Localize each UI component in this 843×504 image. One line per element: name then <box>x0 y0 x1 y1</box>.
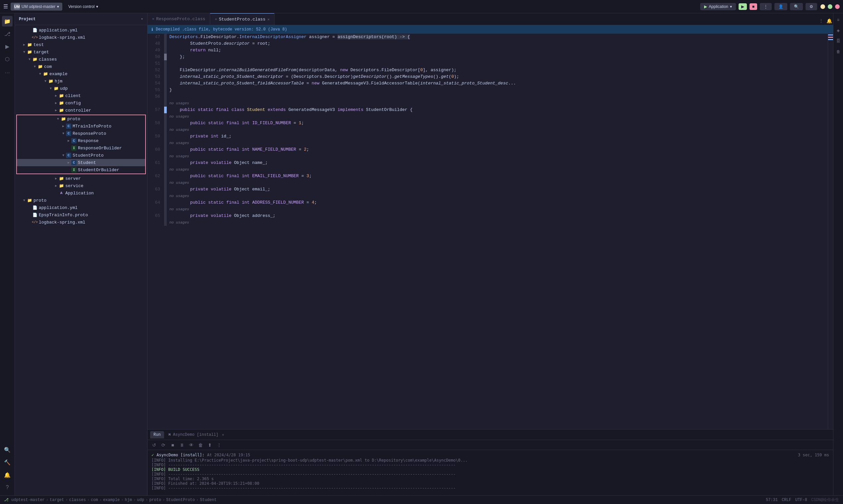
folder-icon: 📁 <box>27 198 32 203</box>
services-icon: ⬡ <box>5 56 10 62</box>
code-hint-57: no usages <box>167 100 828 107</box>
bottom-tab-close-icon[interactable]: ✕ <box>222 433 224 437</box>
run-config-btn[interactable]: ▶ Application ▾ <box>700 3 736 10</box>
print-btn[interactable]: ⬆ <box>206 441 214 449</box>
line-num-55: 55 <box>148 87 164 93</box>
more-tools-btn[interactable]: … <box>2 66 13 77</box>
line-num-48: 48 <box>148 40 164 47</box>
services-btn[interactable]: ⬡ <box>2 54 13 64</box>
tree-item-udp[interactable]: ▼ 📁 udp <box>15 85 147 92</box>
xml-icon2: </> <box>32 219 37 225</box>
project-view-btn[interactable]: 📁 <box>2 16 13 26</box>
tree-item-controller[interactable]: ▶ 📁 controller <box>15 107 147 114</box>
bottom-tab-asyncdemo[interactable]: M AsyncDemo [install] ✕ <box>166 431 227 438</box>
code-row-55: 55 } <box>148 87 828 93</box>
code-row-54: 54 internal_static_proto_Student_fieldAc… <box>148 80 828 87</box>
tree-item-application[interactable]: A Application <box>15 190 147 197</box>
tree-item-proto2[interactable]: ▼ 📁 proto <box>15 197 147 204</box>
rerun-icon: ⟳ <box>161 443 166 448</box>
tree-item-logback2[interactable]: </> logback-spring.xml <box>15 219 147 226</box>
minimize-button[interactable] <box>821 4 825 9</box>
commit-btn[interactable]: ⎇ <box>2 29 13 39</box>
tree-item-hjm[interactable]: ▼ 📁 hjm <box>15 77 147 85</box>
debug-btn[interactable]: ◈ <box>835 26 842 34</box>
profile-btn[interactable]: 👤 <box>774 3 787 10</box>
folder-icon: 📁 <box>59 183 64 188</box>
maximize-button[interactable] <box>828 4 832 9</box>
notifications-btn2[interactable]: 🔔 <box>825 17 833 25</box>
arrow-icon: ▶ <box>66 138 71 143</box>
title-bar: ☰ UM UM udptest-master ▾ Version control… <box>0 0 843 13</box>
search-everywhere-btn[interactable]: 🔍 <box>2 444 13 455</box>
tree-item-application-yml2[interactable]: 📄 application.yml <box>15 204 147 211</box>
tree-item-classes[interactable]: ▼ 📁 classes <box>15 56 147 63</box>
search-btn[interactable]: 🔍 <box>790 3 803 10</box>
help-btn[interactable]: ? <box>2 482 13 493</box>
toggle-auto-scroll[interactable]: 👁 <box>187 441 195 449</box>
tree-item-logback-xml[interactable]: </> logback-spring.xml <box>15 34 147 41</box>
arrow-icon: ▼ <box>48 86 53 91</box>
suspend-btn[interactable]: ⏸ <box>178 441 186 449</box>
tree-item-server[interactable]: ▶ 📁 server <box>15 175 147 182</box>
ellipsis-icon: … <box>5 69 10 74</box>
breadcrumb-hjm: hjm <box>125 498 132 502</box>
status-bar: ⎇ udptest-master › target › classes › co… <box>0 496 843 504</box>
charset-indicator: UTF-8 <box>795 498 807 502</box>
tree-item-config[interactable]: ▶ 📁 config <box>15 100 147 107</box>
more-actions-btn[interactable]: ⋮ <box>760 3 772 10</box>
tab-close-icon[interactable]: ✕ <box>268 17 270 21</box>
bottom-tab-run[interactable]: Run <box>150 431 164 438</box>
code-content-58: public static final int ID_FIELD_NUMBER … <box>167 120 828 126</box>
rerun-btn[interactable]: ⟳ <box>159 441 167 449</box>
tree-item-epsp[interactable]: 📄 EpspTrainInfo.proto <box>15 211 147 219</box>
tree-item-responseproto[interactable]: ▼ C ResponseProto <box>17 130 145 137</box>
tree-item-application-yml[interactable]: 📄 application.yml <box>15 26 147 34</box>
run-button[interactable]: ▶ <box>739 3 747 10</box>
arrow-icon: ▼ <box>55 116 61 122</box>
tree-item-studentproto[interactable]: ▼ C StudentProto <box>17 152 145 159</box>
code-row-53: 53 internal_static_proto_Student_descrip… <box>148 73 828 80</box>
db-btn[interactable]: 🗄 <box>835 37 842 45</box>
tree-item-target[interactable]: ▼ 📁 target <box>15 48 147 56</box>
tree-item-test[interactable]: ▶ 📁 test <box>15 41 147 48</box>
code-editor[interactable]: 47 Descriptors.FileDescriptor.InternalDe… <box>148 34 828 429</box>
editor-menu-btn[interactable]: ⋮ <box>817 17 825 25</box>
code-row-61-hint: no usages <box>148 153 828 160</box>
tree-item-mtrainin[interactable]: ▶ C MTrainInfoProto <box>17 123 145 130</box>
log-line-3: [INFO] ---------------------------------… <box>152 472 829 476</box>
folder-icon: 📁 <box>32 57 37 62</box>
tree-item-example[interactable]: ▼ 📁 example <box>15 70 147 77</box>
close-button[interactable] <box>835 4 840 9</box>
main-area: 📁 ⎇ ▶ ⬡ … 🔍 🔨 🔔 ? Project ▾ <box>0 13 843 496</box>
code-content-64: public static final int ADDRESS_FIELD_NU… <box>167 199 828 206</box>
folder-icon: 📁 <box>59 100 64 106</box>
delete-right-btn[interactable]: 🗑 <box>835 48 842 56</box>
tree-item-response[interactable]: ▶ C Response <box>17 137 145 144</box>
tab-studentproto[interactable]: ○ StudentProto.class ✕ <box>210 13 274 25</box>
code-content-65: private volatile Object address_; <box>167 213 828 219</box>
editor-area: ○ ResponseProto.class ○ StudentProto.cla… <box>148 13 833 496</box>
tree-item-client[interactable]: ▶ 📁 client <box>15 92 147 100</box>
more-btn[interactable]: ⋮ <box>215 441 223 449</box>
project-selector[interactable]: UM UM udptest-master ▾ <box>11 3 62 11</box>
tree-item-service[interactable]: ▶ 📁 service <box>15 182 147 190</box>
tree-item-com[interactable]: ▼ 📁 com <box>15 63 147 70</box>
build-tool-btn[interactable]: ≡ <box>835 16 842 24</box>
stop-run-btn[interactable]: ■ <box>169 441 177 449</box>
restart-btn[interactable]: ↺ <box>150 441 158 449</box>
settings-btn[interactable]: ⚙ <box>806 3 817 10</box>
line-num-hint65 <box>148 206 164 213</box>
build-btn[interactable]: 🔨 <box>2 457 13 468</box>
run-view-btn[interactable]: ▶ <box>2 41 13 52</box>
version-control-btn[interactable]: Version control ▾ <box>65 3 101 10</box>
tree-item-proto[interactable]: ▼ 📁 proto <box>17 115 145 123</box>
notifications-btn[interactable]: 🔔 <box>2 470 13 480</box>
tab-responseproto[interactable]: ○ ResponseProto.class <box>148 13 210 25</box>
clear-btn[interactable]: 🗑 <box>196 441 205 449</box>
log-line-2: [INFO] ---------------------------------… <box>152 463 829 467</box>
tree-item-responseorbuilder[interactable]: I ResponseOrBuilder <box>17 144 145 152</box>
tree-item-studentorbuilder[interactable]: I StudentOrBuilder <box>17 166 145 174</box>
code-row-60-hint: no usages <box>148 140 828 146</box>
tree-item-student[interactable]: ▶ C Student <box>17 159 145 166</box>
stop-button[interactable]: ■ <box>750 3 757 10</box>
